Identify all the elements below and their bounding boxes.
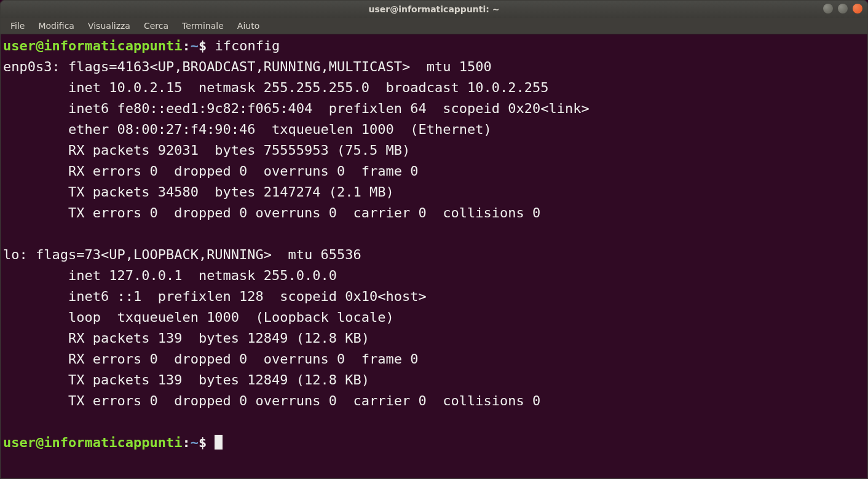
titlebar: user@informaticappunti: ~ xyxy=(1,1,867,18)
prompt-userhost: user@informaticappunti xyxy=(3,38,182,53)
menu-view[interactable]: Visualizza xyxy=(82,20,136,32)
menu-help[interactable]: Aiuto xyxy=(231,20,266,32)
output-line: lo: flags=73<UP,LOOPBACK,RUNNING> mtu 65… xyxy=(3,247,361,262)
close-button[interactable] xyxy=(853,4,862,14)
maximize-button[interactable] xyxy=(838,4,848,14)
output-line: inet 10.0.2.15 netmask 255.255.255.0 bro… xyxy=(3,80,548,95)
output-line: inet 127.0.0.1 netmask 255.0.0.0 xyxy=(3,268,337,283)
prompt-path: ~ xyxy=(191,435,199,450)
output-line: TX errors 0 dropped 0 overruns 0 carrier… xyxy=(3,393,540,408)
prompt-sep2: $ xyxy=(199,38,215,53)
terminal-output[interactable]: user@informaticappunti:~$ ifconfig enp0s… xyxy=(1,34,867,478)
output-line: TX errors 0 dropped 0 overruns 0 carrier… xyxy=(3,205,540,220)
menu-terminal[interactable]: Terminale xyxy=(176,20,230,32)
output-line: inet6 ::1 prefixlen 128 scopeid 0x10<hos… xyxy=(3,289,427,304)
output-line: TX packets 34580 bytes 2147274 (2.1 MB) xyxy=(3,184,394,200)
window-controls xyxy=(823,4,862,14)
prompt-sep1: : xyxy=(182,38,190,53)
output-line: RX packets 139 bytes 12849 (12.8 KB) xyxy=(3,330,369,346)
output-line: RX packets 92031 bytes 75555953 (75.5 MB… xyxy=(3,142,410,158)
output-line: ether 08:00:27:f4:90:46 txqueuelen 1000 … xyxy=(3,122,492,137)
prompt-path: ~ xyxy=(191,38,199,53)
prompt-sep1: : xyxy=(182,435,190,450)
output-line: RX errors 0 dropped 0 overruns 0 frame 0 xyxy=(3,351,419,367)
output-line: enp0s3: flags=4163<UP,BROADCAST,RUNNING,… xyxy=(3,59,492,74)
output-line: loop txqueuelen 1000 (Loopback locale) xyxy=(3,310,394,325)
menu-search[interactable]: Cerca xyxy=(138,20,175,32)
command-text: ifconfig xyxy=(215,38,280,53)
output-line: inet6 fe80::eed1:9c82:f065:404 prefixlen… xyxy=(3,101,590,116)
menu-edit[interactable]: Modifica xyxy=(32,20,81,32)
output-line: TX packets 139 bytes 12849 (12.8 KB) xyxy=(3,372,369,387)
window-title: user@informaticappunti: ~ xyxy=(368,4,499,14)
prompt-userhost: user@informaticappunti xyxy=(3,435,182,450)
menubar: File Modifica Visualizza Cerca Terminale… xyxy=(1,18,867,34)
prompt-sep2: $ xyxy=(199,435,215,450)
output-line: RX errors 0 dropped 0 overruns 0 frame 0 xyxy=(3,163,419,179)
minimize-button[interactable] xyxy=(823,4,833,14)
terminal-window: user@informaticappunti: ~ File Modifica … xyxy=(0,0,868,479)
cursor-icon xyxy=(215,435,223,450)
menu-file[interactable]: File xyxy=(4,20,31,32)
